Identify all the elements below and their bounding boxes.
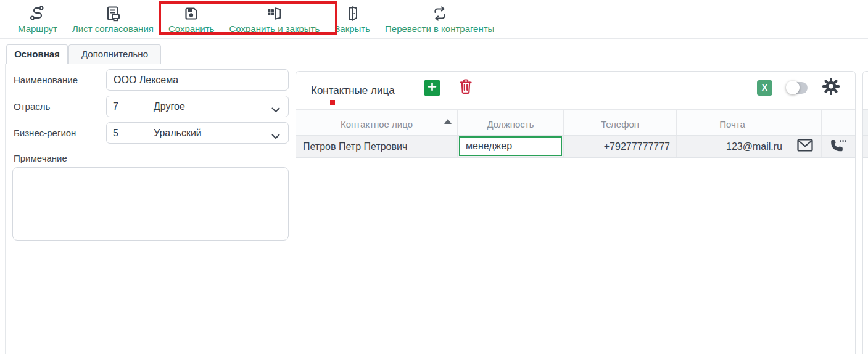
header-cell-phone[interactable]: Телефон [564,110,677,135]
toolbar-button-save-and-close[interactable]: Сохранить и закрыть [229,0,320,34]
annotation-red-marker [330,100,335,105]
save-and-close-icon [266,4,283,23]
business-region-select[interactable]: 5 Уральский [106,122,289,144]
business-region-select-value: Уральский [146,123,288,143]
call-phone-button[interactable] [822,136,855,157]
adjacent-grid-panel [862,71,868,354]
tab-additional[interactable]: Дополнительно [68,44,161,64]
toolbar-label: Сохранить [168,23,215,34]
door-icon [344,4,361,23]
table-header-row: Контактное лицо Должность Телефон Почта [296,109,855,136]
header-cell-email[interactable]: Почта [677,110,788,135]
cell-email[interactable]: 123@mail.ru [677,136,788,157]
adjacent-grid-row-band [863,136,868,158]
toggle-knob [786,81,800,94]
industry-code-input[interactable]: 7 [107,96,146,117]
toolbar-label: Перевести в контрагенты [385,23,494,34]
toolbar: Маршрут Лист согласования Сохранить [0,0,868,38]
selected-cell-editor[interactable]: менеджер [459,136,562,156]
tabbar-divider [0,64,868,64]
chevron-down-icon [271,131,280,142]
phone-call-icon [830,138,847,155]
save-icon [183,4,200,23]
trash-icon [458,78,474,98]
tab-label: Основная [14,49,60,59]
grid-settings-button[interactable] [822,78,840,97]
tab-label: Дополнительно [81,49,148,59]
tab-main[interactable]: Основная [6,44,68,64]
sort-asc-icon [444,119,452,124]
industry-select[interactable]: 7 Другое [106,96,289,117]
toolbar-button-transfer-to-counterparties[interactable]: Перевести в контрагенты [385,0,494,34]
approval-sheet-icon [104,4,122,23]
grid-toggle-switch[interactable] [787,82,808,94]
toolbar-button-close[interactable]: Закрыть [334,0,370,34]
name-field-label: Наименование [14,75,78,85]
note-textarea[interactable] [12,167,289,241]
business-region-code-input[interactable]: 5 [107,123,146,143]
toolbar-button-approval-sheet[interactable]: Лист согласования [72,0,154,34]
column-title: Контактное лицо [341,119,413,130]
column-title: Телефон [601,119,639,130]
note-field-label: Примечание [14,153,67,163]
header-cell-email-action [788,110,822,135]
form-panel-border [5,64,6,354]
contacts-panel-title: Контактные лица [311,72,395,109]
header-cell-position[interactable]: Должность [458,110,564,135]
table-row[interactable]: Петров Петр Петрович менеджер +792777777… [296,136,855,158]
column-title: Должность [487,119,534,130]
cell-contact-person[interactable]: Петров Петр Петрович [296,136,458,157]
excel-x-icon: X [762,83,767,93]
cell-position[interactable]: менеджер [458,136,564,157]
column-title: Почта [719,119,745,130]
header-cell-contact-person[interactable]: Контактное лицо [296,110,458,135]
envelope-icon [797,139,813,154]
gear-icon [822,77,840,98]
contacts-panel: Контактные лица X [296,71,856,354]
name-input[interactable] [106,69,289,91]
send-email-button[interactable] [788,136,822,157]
adjacent-grid-header-band [863,109,868,136]
toolbar-label: Сохранить и закрыть [229,23,320,34]
toolbar-label: Закрыть [334,23,370,34]
cell-phone[interactable]: +79277777777 [564,136,677,157]
chevron-down-icon [271,104,280,115]
toolbar-button-save[interactable]: Сохранить [168,0,215,34]
delete-contact-button[interactable] [457,79,474,97]
route-icon [29,4,46,23]
toolbar-button-route[interactable]: Маршрут [18,0,57,34]
toolbar-divider [0,38,868,39]
plus-icon [428,82,437,94]
header-cell-call-action [822,110,855,135]
industry-select-value: Другое [146,96,288,117]
add-contact-button[interactable] [424,80,440,96]
toolbar-label: Маршрут [18,23,57,34]
transfer-icon [431,4,448,23]
industry-field-label: Отрасль [14,101,50,112]
toolbar-label: Лист согласования [72,23,154,34]
export-excel-button[interactable]: X [757,80,772,96]
business-region-field-label: Бизнес-регион [14,128,76,138]
